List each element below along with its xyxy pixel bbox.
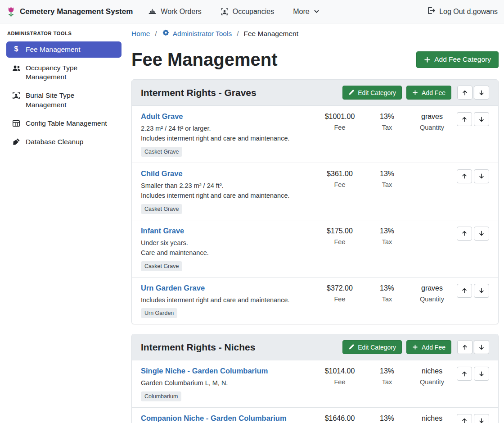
fee-tax-label: Tax (367, 124, 407, 131)
fee-category-card: Interment Rights - Niches Edit Category … (131, 334, 499, 423)
page-title: Fee Management (131, 49, 278, 70)
fee-move-up-button[interactable] (457, 227, 472, 241)
fee-move-up-button[interactable] (457, 112, 472, 126)
top-navbar: Cemetery Management System Work Orders O… (0, 0, 504, 23)
sidebar-item-config-table-management[interactable]: Config Table Management (6, 115, 122, 132)
fee-reorder-controls (457, 414, 489, 423)
breadcrumb: Home / Administrator Tools / Fee Managem… (131, 29, 499, 38)
main-content: Home / Administrator Tools / Fee Managem… (131, 23, 499, 423)
fee-move-up-button[interactable] (457, 414, 472, 423)
category-move-down-button[interactable] (474, 86, 489, 100)
arrow-down-icon (478, 371, 485, 377)
nav-work-orders[interactable]: Work Orders (148, 7, 201, 16)
fee-row: Companion Niche - Garden Columbarium Gar… (132, 407, 498, 423)
fee-amount: $1001.00 (313, 113, 367, 121)
fee-move-down-button[interactable] (474, 227, 489, 241)
arrow-down-icon (478, 116, 485, 123)
fee-list: Single Niche - Garden Columbarium Garden… (132, 360, 498, 423)
sidebar-item-occupancy-type-management[interactable]: Occupancy Type Management (6, 60, 122, 85)
fee-reorder-controls (457, 284, 489, 298)
fee-move-down-button[interactable] (474, 284, 489, 298)
fee-quantity-label: Quantity (407, 378, 457, 386)
fee-tax: 13% (367, 284, 407, 292)
fee-tax: 13% (367, 113, 407, 121)
fee-name-link[interactable]: Infant Grave (141, 227, 184, 235)
fee-name-link[interactable]: Child Grave (141, 169, 183, 178)
box-arrow-right-icon (427, 6, 435, 17)
fee-quantity: graves (407, 284, 457, 292)
fee-descriptions: Includes interment right and care and ma… (141, 295, 309, 305)
fee-badge: Casket Grave (141, 204, 182, 214)
sidebar-item-database-cleanup[interactable]: Database Cleanup (6, 134, 122, 150)
add-fee-button[interactable]: Add Fee (406, 340, 451, 354)
fee-amount: $1646.00 (313, 414, 367, 423)
fee-descriptions: Under six years.Care and maintenance. (141, 238, 309, 258)
fee-name-link[interactable]: Single Niche - Garden Columbarium (141, 367, 268, 375)
fee-move-down-button[interactable] (474, 169, 489, 183)
arrow-up-icon (461, 116, 468, 123)
nav-occupancies[interactable]: Occupancies (220, 8, 274, 16)
logout-link[interactable]: Log Out d.gowans (427, 6, 498, 17)
fee-amount-label: Fee (313, 124, 367, 131)
plus-icon (412, 344, 418, 350)
sidebar-item-burial-site-type-management[interactable]: Burial Site Type Management (6, 87, 122, 113)
sidebar-item-label: Config Table Management (26, 119, 107, 128)
dollar-icon: $ (12, 45, 21, 53)
fee-move-up-button[interactable] (457, 169, 472, 183)
hard-hat-icon (148, 7, 157, 16)
fee-tax-column: 13% Tax (367, 414, 407, 423)
fee-quantity-column: graves Quantity (407, 284, 457, 303)
fee-amount-label: Fee (313, 238, 367, 246)
fee-move-down-button[interactable] (474, 414, 489, 423)
category-title: Interment Rights - Niches (141, 342, 342, 353)
fee-descriptions: Smaller than 2.23 m² / 24 ft².Includes i… (141, 181, 309, 201)
fee-move-down-button[interactable] (474, 112, 489, 126)
fee-move-up-button[interactable] (457, 284, 472, 298)
fee-name-link[interactable]: Companion Niche - Garden Columbarium (141, 414, 287, 423)
fee-info: Single Niche - Garden Columbarium Garden… (141, 367, 313, 401)
nav-occupancies-label: Occupancies (233, 8, 274, 16)
fee-amount: $361.00 (313, 170, 367, 178)
app-title: Cemetery Management System (20, 7, 133, 16)
fee-amount-label: Fee (313, 378, 367, 386)
nav-more[interactable]: More (293, 8, 319, 16)
edit-category-button[interactable]: Edit Category (342, 86, 402, 100)
fee-row: Single Niche - Garden Columbarium Garden… (132, 360, 498, 407)
fee-amount-column: $175.00 Fee (313, 227, 367, 246)
category-move-up-button[interactable] (457, 86, 472, 100)
fee-amount-column: $1646.00 Fee (313, 414, 367, 423)
fee-badge: Urn Garden (141, 308, 177, 318)
category-move-up-button[interactable] (457, 340, 472, 354)
category-header: Interment Rights - Graves Edit Category … (132, 80, 498, 105)
fee-description: Under six years. (141, 238, 309, 248)
edit-category-button[interactable]: Edit Category (342, 340, 402, 354)
fee-move-up-button[interactable] (457, 367, 472, 381)
fee-description: Includes interment right and care and ma… (141, 295, 309, 305)
sidebar-item-fee-management[interactable]: $ Fee Management (6, 41, 122, 58)
category-move-down-button[interactable] (474, 340, 489, 354)
main-nav: Work Orders Occupancies More (148, 7, 319, 16)
breadcrumb-home-link[interactable]: Home (131, 30, 150, 38)
sidebar-item-label: Burial Site Type Management (26, 91, 109, 109)
fee-quantity: niches (407, 414, 457, 423)
arrow-down-icon (478, 418, 485, 423)
add-fee-category-button[interactable]: Add Fee Category (416, 51, 499, 68)
app-brand[interactable]: Cemetery Management System (6, 6, 133, 18)
fee-tax-column: 13% Tax (367, 367, 407, 386)
breadcrumb-admin-tools-link[interactable]: Administrator Tools (162, 29, 232, 38)
fee-tax: 13% (367, 170, 407, 178)
fee-name-link[interactable]: Urn Garden Grave (141, 284, 205, 292)
fee-name-link[interactable]: Adult Grave (141, 112, 183, 121)
fee-move-down-button[interactable] (474, 367, 489, 381)
arrow-up-icon (461, 371, 468, 377)
fee-amount: $175.00 (313, 227, 367, 235)
sidebar-item-label: Fee Management (26, 45, 81, 54)
fee-row: Infant Grave Under six years.Care and ma… (132, 220, 498, 277)
add-fee-button[interactable]: Add Fee (406, 86, 451, 100)
breadcrumb-separator: / (237, 30, 238, 38)
table-icon (12, 119, 21, 127)
admin-sidebar: ADMINISTRATOR TOOLS $ Fee Management Occ… (0, 23, 127, 423)
fee-description: 2.23 m² / 24 ft² or larger. (141, 123, 309, 133)
arrow-down-icon (478, 90, 485, 96)
fee-reorder-controls (457, 367, 489, 381)
